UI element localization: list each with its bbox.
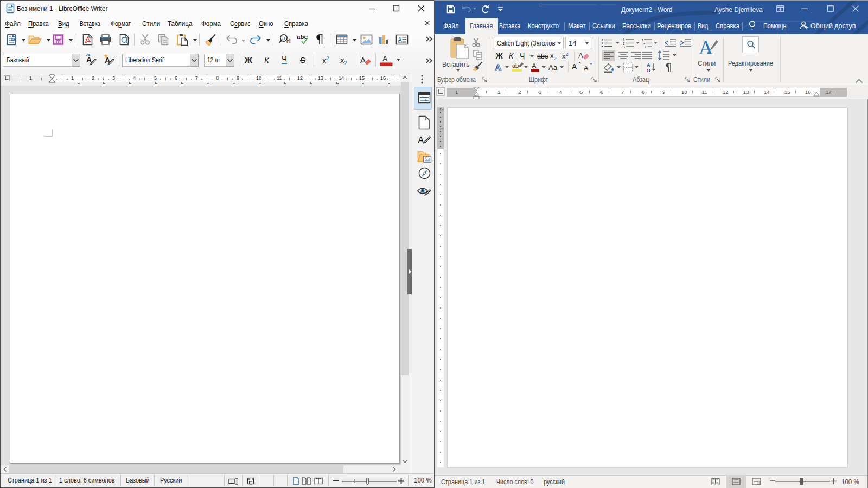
svg-text:d: d	[286, 38, 290, 44]
svg-text:a: a	[282, 35, 285, 41]
svg-text:A: A	[382, 54, 388, 63]
svg-text:3: 3	[623, 45, 625, 48]
svg-text:A: A	[360, 55, 366, 65]
svg-text:A: A	[398, 36, 402, 44]
svg-text:А: А	[572, 62, 577, 71]
svg-text:А: А	[532, 62, 537, 70]
svg-text:A: A	[699, 37, 713, 59]
svg-text:Я: Я	[647, 67, 650, 73]
svg-text:А: А	[495, 62, 502, 73]
svg-text:i: i	[645, 45, 646, 48]
svg-text:А: А	[584, 65, 588, 72]
svg-text:ab: ab	[512, 62, 519, 69]
svg-text:A: A	[578, 52, 583, 60]
